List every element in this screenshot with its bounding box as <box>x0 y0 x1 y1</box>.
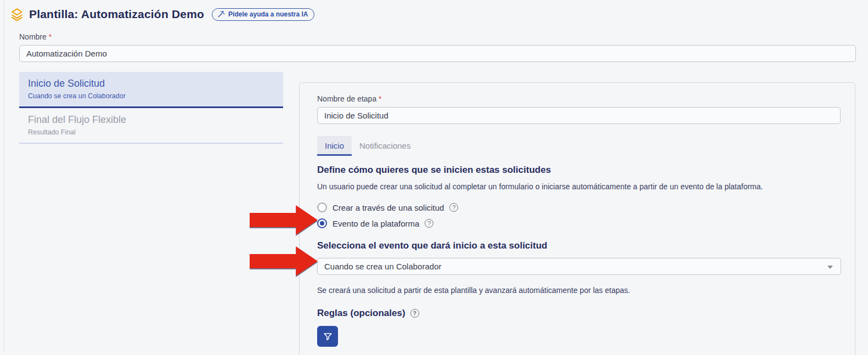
option-evento-plataforma[interactable]: Evento de la plataforma ? <box>317 218 841 228</box>
stage-list: Inicio de Solicitud Cuando se crea un Co… <box>19 72 283 144</box>
start-section-heading: Define cómo quieres que se inicien estas… <box>317 165 841 176</box>
stage-subtitle: Cuando se crea un Colaborador <box>28 92 274 100</box>
required-asterisk: * <box>379 94 381 103</box>
page-header: Plantilla: Automatización Demo Pídele ay… <box>10 7 314 21</box>
magic-wand-icon <box>217 10 225 18</box>
stage-name-input[interactable] <box>317 107 841 124</box>
stage-tabs: Inicio Notificaciones <box>317 136 841 156</box>
event-section-heading: Selecciona el evento que dará inicio a e… <box>317 240 841 251</box>
question-circle-icon[interactable]: ? <box>425 219 433 228</box>
filter-icon <box>323 331 333 342</box>
stage-item-inicio-de-solicitud[interactable]: Inicio de Solicitud Cuando se crea un Co… <box>19 72 283 108</box>
ai-help-button[interactable]: Pídele ayuda a nuestra IA <box>212 8 314 21</box>
stage-title: Inicio de Solicitud <box>28 78 274 89</box>
annotation-arrow-dropdown <box>250 246 318 276</box>
rules-section-heading: Reglas (opcionales) ? <box>317 308 841 319</box>
template-name-label: Nombre * <box>19 32 856 41</box>
add-rule-filter-button[interactable] <box>317 326 338 347</box>
stage-config-panel: Nombre de etapa * Inicio Notificaciones … <box>299 82 855 355</box>
question-circle-icon[interactable]: ? <box>410 309 419 318</box>
tab-inicio[interactable]: Inicio <box>317 136 352 156</box>
stage-name-label: Nombre de etapa * <box>317 94 841 103</box>
caret-down-icon <box>827 266 833 269</box>
option-crear-solicitud[interactable]: Crear a través de una solicitud ? <box>317 202 841 212</box>
template-name-block: Nombre * <box>19 32 856 62</box>
required-asterisk: * <box>49 32 52 41</box>
page-title: Plantilla: Automatización Demo <box>29 8 204 21</box>
ai-help-label: Pídele ayuda a nuestra IA <box>228 10 308 18</box>
event-dropdown[interactable]: Cuando se crea un Colaborador <box>317 258 841 275</box>
question-circle-icon[interactable]: ? <box>449 203 458 212</box>
radio-unselected[interactable] <box>317 202 327 212</box>
radio-selected[interactable] <box>317 218 327 228</box>
event-dropdown-value: Cuando se crea un Colaborador <box>324 262 441 271</box>
template-name-input[interactable] <box>19 45 856 62</box>
red-arrow-icon <box>250 246 318 276</box>
option-label: Evento de la plataforma <box>332 219 419 228</box>
event-note: Se creará una solicitud a partir de esta… <box>317 286 841 295</box>
tab-notificaciones[interactable]: Notificaciones <box>352 136 418 156</box>
annotation-arrow-radio <box>250 205 318 235</box>
option-label: Crear a través de una solicitud <box>332 203 444 212</box>
stage-item-final-del-flujo[interactable]: Final del Flujo Flexible Resultado Final <box>19 108 283 144</box>
window-left-edge <box>4 0 4 352</box>
layers-icon <box>10 7 24 21</box>
red-arrow-icon <box>250 205 318 235</box>
start-section-description: Un usuario puede crear una solicitud al … <box>317 182 841 191</box>
stage-subtitle: Resultado Final <box>28 128 274 136</box>
stage-title: Final del Flujo Flexible <box>28 114 274 126</box>
